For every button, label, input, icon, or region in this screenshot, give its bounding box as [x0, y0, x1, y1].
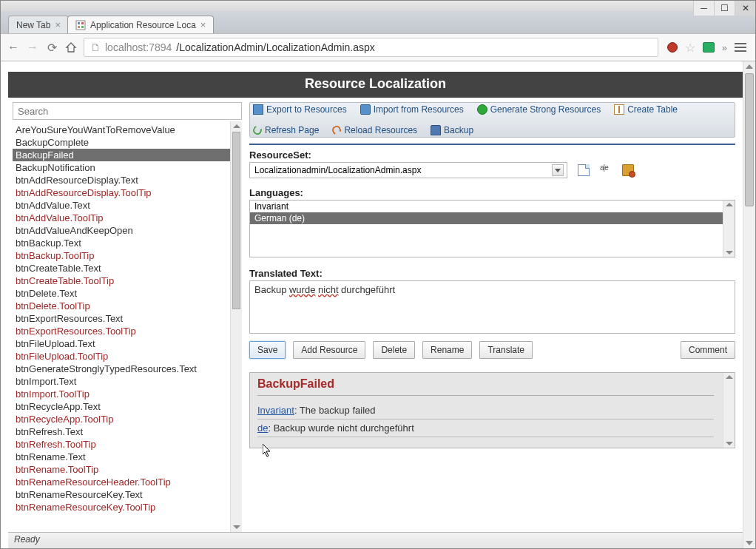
detail-lang-link[interactable]: Invariant [257, 405, 294, 416]
rename-button[interactable]: Rename [422, 341, 472, 359]
close-tab-icon[interactable]: × [55, 19, 61, 30]
import-button[interactable]: Import from Resources [360, 104, 464, 115]
table-icon [614, 104, 624, 115]
svg-rect-1 [78, 22, 80, 24]
list-item[interactable]: btnCreateTable.ToolTip [13, 274, 230, 287]
list-item[interactable]: btnAddValue.Text [13, 199, 230, 212]
window-close-button[interactable]: ✕ [735, 1, 755, 16]
folder-delete-icon[interactable] [622, 164, 634, 176]
language-item[interactable]: German (de) [250, 212, 735, 224]
list-item[interactable]: btnBackup.Text [13, 237, 230, 249]
list-item[interactable]: btnGenerateStronglyTypedResources.Text [13, 363, 230, 375]
resource-list[interactable]: AreYouSureYouWantToRemoveValueBackupComp… [13, 121, 230, 532]
tab-label: New Tab [16, 20, 50, 30]
list-item[interactable]: btnRefresh.Text [13, 425, 230, 438]
page-info-icon[interactable]: 🗋 [90, 41, 101, 53]
list-item[interactable]: btnCreateTable.Text [13, 262, 230, 274]
add-resource-button[interactable]: Add Resource [293, 341, 365, 359]
close-tab-icon[interactable]: × [200, 19, 206, 30]
extension-icon-2[interactable] [703, 42, 715, 53]
list-item[interactable]: BackupNotification [13, 161, 230, 174]
translate-button[interactable]: Translate [479, 341, 533, 359]
list-item[interactable]: btnRenameResourceHeader.ToolTip [13, 476, 230, 488]
resource-details-panel: BackupFailed Invariant: The backup faile… [249, 372, 735, 448]
favicon-icon [75, 20, 86, 30]
list-item[interactable]: btnAddResourceDisplay.Text [13, 174, 230, 186]
refresh-icon [252, 124, 263, 136]
forward-button[interactable]: → [26, 41, 39, 54]
browser-tab-1[interactable]: New Tab × [8, 16, 69, 33]
svg-rect-4 [81, 26, 84, 28]
search-input[interactable] [13, 102, 242, 120]
create-table-button[interactable]: Create Table [614, 104, 678, 115]
home-button[interactable] [64, 41, 78, 54]
comment-button[interactable]: Comment [681, 341, 735, 359]
rename-icon[interactable] [600, 164, 612, 176]
extension-icon[interactable] [667, 42, 678, 53]
detail-row: de: Backup wurde nicht durchgeführt [257, 420, 714, 437]
url-bar[interactable]: 🗋 localhost:7894/LocalizationAdmin/Local… [84, 38, 658, 57]
sidebar-scrollbar[interactable] [230, 121, 242, 532]
list-item[interactable]: btnExportResources.Text [13, 312, 230, 325]
list-item[interactable]: btnDelete.Text [13, 287, 230, 300]
list-item[interactable]: btnAddResourceDisplay.ToolTip [13, 186, 230, 199]
list-item[interactable]: AreYouSureYouWantToRemoveValue [13, 124, 230, 136]
detail-lang-link[interactable]: de [257, 422, 268, 434]
browser-tabstrip: New Tab × Application Resource Loca × [1, 11, 755, 33]
list-item[interactable]: btnDelete.ToolTip [13, 300, 230, 312]
list-item[interactable]: btnImport.Text [13, 375, 230, 388]
refresh-page-button[interactable]: Refresh Page [253, 125, 319, 135]
resource-sidebar: AreYouSureYouWantToRemoveValueBackupComp… [13, 102, 242, 532]
resourceset-label: ResourceSet: [249, 149, 735, 161]
list-item[interactable]: btnRecycleApp.ToolTip [13, 413, 230, 425]
backup-button[interactable]: Backup [431, 125, 473, 135]
resourceset-dropdown[interactable]: Localizationadmin/LocalizationAdmin.aspx [249, 162, 567, 178]
chevron-right-icon[interactable]: » [722, 42, 727, 53]
translated-text-label: Translated Text: [249, 268, 735, 279]
list-item[interactable]: btnImport.ToolTip [13, 388, 230, 400]
import-icon [360, 104, 371, 115]
translated-text-input[interactable]: Backup wurde nicht durchgeführt [249, 280, 735, 334]
language-item[interactable]: Invariant [250, 201, 735, 212]
list-item[interactable]: BackupComplete [13, 136, 230, 149]
list-item[interactable]: btnRefresh.ToolTip [13, 438, 230, 451]
list-item[interactable]: btnExportResources.ToolTip [13, 325, 230, 337]
list-item[interactable]: btnRenameResourceKey.Text [13, 488, 230, 501]
reload-button[interactable]: ⟳ [45, 41, 58, 54]
details-scrollbar[interactable] [723, 373, 735, 448]
new-doc-icon[interactable] [578, 164, 590, 176]
browser-navbar: ← → ⟳ 🗋 localhost:7894/LocalizationAdmin… [1, 33, 755, 61]
generate-button[interactable]: Generate Strong Resources [477, 104, 601, 115]
list-item[interactable]: btnBackup.ToolTip [13, 249, 230, 262]
languages-label: Languages: [249, 187, 735, 198]
list-item[interactable]: btnFileUpload.ToolTip [13, 350, 230, 363]
hamburger-menu-icon[interactable] [735, 42, 746, 53]
backup-icon [431, 125, 441, 135]
window-minimize-button[interactable]: ─ [693, 1, 714, 16]
back-button[interactable]: ← [7, 41, 20, 54]
list-item[interactable]: btnFileUpload.Text [13, 337, 230, 350]
divider [249, 144, 735, 145]
page-scrollbar[interactable] [743, 61, 755, 548]
browser-tab-2[interactable]: Application Resource Loca × [67, 16, 214, 33]
list-item[interactable]: btnRenameResourceKey.ToolTip [13, 501, 230, 513]
detail-row: Invariant: The backup failed [257, 402, 714, 420]
languages-scrollbar[interactable] [723, 201, 735, 257]
list-item[interactable]: btnRename.ToolTip [13, 463, 230, 476]
languages-listbox[interactable]: InvariantGerman (de) [249, 200, 735, 257]
list-item[interactable]: BackupFailed [13, 149, 230, 161]
list-item[interactable]: btnAddValue.ToolTip [13, 212, 230, 224]
reload-resources-button[interactable]: Reload Resources [332, 125, 417, 135]
list-item[interactable]: btnAddValueAndKeepOpen [13, 224, 230, 237]
window-maximize-button[interactable]: ☐ [714, 1, 735, 16]
page-title: Resource Localization [8, 72, 743, 98]
delete-button[interactable]: Delete [373, 341, 415, 359]
list-item[interactable]: btnRecycleApp.Text [13, 400, 230, 413]
status-bar: Ready [8, 532, 743, 548]
url-path: /LocalizationAdmin/LocalizationAdmin.asp… [176, 41, 374, 53]
list-item[interactable]: btnRename.Text [13, 451, 230, 463]
export-icon [253, 104, 263, 115]
export-button[interactable]: Export to Resources [253, 104, 347, 115]
save-button[interactable]: Save [249, 341, 286, 359]
bookmark-star-icon[interactable]: ☆ [685, 41, 695, 55]
